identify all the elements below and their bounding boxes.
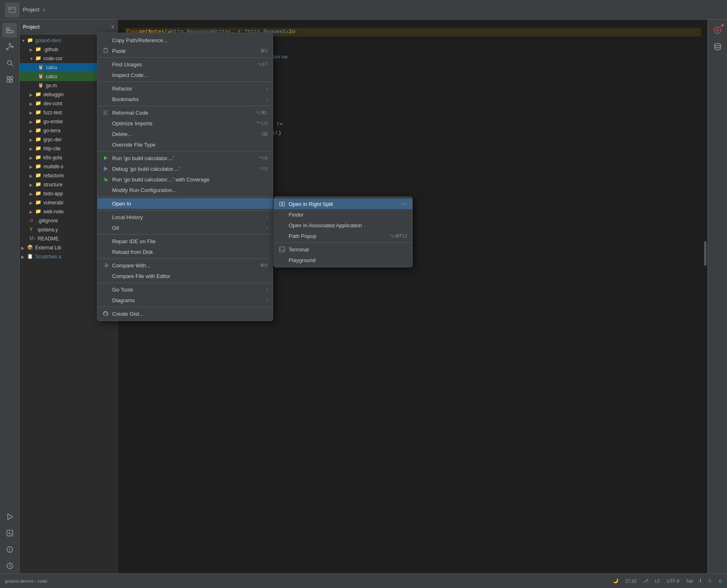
webnote-arrow: ▶ — [29, 210, 34, 214]
menu-item-compare-editor[interactable]: Compare File with Editor — [97, 271, 273, 281]
submenu-item-finder[interactable]: Finder — [274, 209, 412, 220]
playground-icon — [279, 257, 285, 263]
menu-item-find-usages[interactable]: Find Usages ⌥F7 — [97, 59, 273, 70]
goembe-arrow: ▶ — [29, 120, 34, 124]
menu-item-reload[interactable]: Reload from Disk — [97, 247, 273, 257]
separator-5 — [97, 197, 273, 197]
right-split-icon — [279, 201, 285, 207]
k8s-arrow: ▶ — [29, 156, 34, 160]
submenu-item-associated[interactable]: Open In Associated Application — [274, 220, 412, 231]
menu-item-copy-path[interactable]: Copy Path/Reference... — [97, 35, 273, 45]
webnote-folder-icon: 📁 — [35, 208, 42, 215]
menu-item-go-tools[interactable]: Go Tools › — [97, 284, 273, 295]
menu-item-compare[interactable]: Compare With... ⌘D — [97, 260, 273, 271]
menu-item-debug[interactable]: Debug 'go build calculator....' ^⇧D — [97, 163, 273, 174]
refactor-arrow: ▶ — [29, 174, 34, 178]
menu-item-create-gist[interactable]: Create Gist... — [97, 308, 273, 319]
info-icon[interactable]: ℹ — [700, 578, 701, 583]
local-history-icon — [102, 214, 109, 220]
menu-item-modify-run[interactable]: Modify Run Configuration... — [97, 185, 273, 195]
svg-rect-1 — [10, 8, 11, 9]
project-header-arrow: ∨ — [111, 24, 114, 29]
svg-rect-3 — [7, 31, 13, 33]
status-bar: goland-demos › code 🌙 27:10 ⎇ LF UTF-8 T… — [0, 573, 727, 588]
run-coverage-label: Run 'go build calculator....' with Cover… — [112, 176, 268, 183]
scratches-label: Scratches a — [35, 254, 61, 260]
debugging-arrow: ▶ — [29, 93, 34, 97]
menu-item-run[interactable]: Run 'go build calculator....' ^⇧R — [97, 153, 273, 163]
override-type-label: Override File Type — [112, 142, 268, 148]
menu-item-open-in[interactable]: Open In › Open in Right Split ⇧↵ Finder — [97, 198, 273, 209]
warning-icon[interactable]: ⚠ — [708, 578, 712, 583]
notifications-sidebar-icon[interactable] — [2, 542, 17, 557]
svg-rect-19 — [105, 48, 106, 49]
database-icon[interactable] — [710, 39, 725, 54]
repair-ide-label: Repair IDE on File — [112, 238, 268, 244]
menu-item-override-type[interactable]: Override File Type — [97, 139, 273, 150]
notification-badge — [721, 24, 724, 27]
menu-item-optimize[interactable]: Optimize Imports ^⌥O — [97, 118, 273, 129]
goembe-label: go-embe — [43, 119, 63, 124]
git-log-sidebar-icon[interactable] — [2, 559, 17, 573]
menu-item-reformat[interactable]: Reformat Code ⌥⌘L — [97, 107, 273, 118]
path-popup-shortcut: ⌥⌘F12 — [390, 233, 407, 239]
delete-icon — [102, 131, 109, 137]
httpclie-arrow: ▶ — [29, 147, 34, 151]
submenu-open-in: Open in Right Split ⇧↵ Finder Open In As… — [273, 197, 413, 267]
svg-rect-26 — [282, 202, 284, 206]
run-sidebar-icon[interactable] — [2, 509, 17, 524]
project-label[interactable]: Project — [23, 7, 39, 13]
terminal-sidebar-icon[interactable] — [2, 526, 17, 541]
ai-assistant-icon[interactable] — [710, 23, 725, 38]
submenu-item-terminal[interactable]: Terminal — [274, 244, 412, 255]
git-arrow-icon: › — [266, 225, 268, 230]
vuln-label: vulnerabi — [43, 200, 63, 206]
theme-icon[interactable]: 🌙 — [613, 578, 619, 583]
menu-item-refactor[interactable]: Refactor › — [97, 83, 273, 94]
menu-item-diagrams[interactable]: Diagrams › — [97, 295, 273, 305]
menu-item-git[interactable]: Git › — [97, 222, 273, 233]
go-tools-label: Go Tools — [112, 287, 261, 293]
readme-icon: M↓ — [29, 235, 36, 242]
explorer-icon[interactable] — [2, 23, 17, 38]
submenu-item-right-split[interactable]: Open in Right Split ⇧↵ — [274, 199, 412, 209]
k8s-folder-icon: 📁 — [35, 154, 42, 161]
multidb-label: multidb-s — [43, 164, 63, 170]
github-arrow: ▶ — [29, 47, 34, 52]
menu-item-repair-ide[interactable]: Repair IDE on File — [97, 236, 273, 247]
httpclie-folder-icon: 📁 — [35, 145, 42, 152]
menu-item-paste[interactable]: Paste ⌘V — [97, 45, 273, 56]
project-arrow[interactable]: ∨ — [43, 7, 46, 12]
scrollbar-thumb[interactable] — [704, 241, 707, 266]
todo-folder-icon: 📁 — [35, 190, 42, 197]
git-sidebar-icon[interactable] — [2, 39, 17, 54]
gitignore-label: .gitignore — [38, 218, 58, 224]
grpc-arrow: ▶ — [29, 138, 34, 142]
separator-7 — [97, 234, 273, 235]
svg-point-5 — [7, 48, 8, 50]
context-menu: Copy Path/Reference... Paste ⌘V Find Usa… — [97, 33, 273, 321]
submenu-item-path-popup[interactable]: Path Popup ⌥⌘F12 — [274, 231, 412, 241]
project-icon[interactable] — [5, 2, 20, 17]
gomod-icon: 🦉 — [38, 82, 44, 89]
svg-rect-2 — [7, 28, 9, 30]
optimize-label: Optimize Imports — [112, 120, 253, 127]
menu-item-bookmarks[interactable]: Bookmarks › — [97, 94, 273, 104]
search-sidebar-icon[interactable] — [2, 56, 17, 70]
submenu-item-playground[interactable]: Playground — [274, 255, 412, 265]
run-icon — [102, 155, 109, 161]
svg-rect-27 — [280, 247, 284, 252]
indent: Tab — [686, 579, 693, 583]
finder-label: Finder — [289, 212, 407, 218]
calcu2-icon: 🦉 — [38, 73, 44, 80]
menu-item-local-history[interactable]: Local History › — [97, 212, 273, 222]
open-in-arrow-icon: › — [266, 201, 268, 206]
plugins-sidebar-icon[interactable] — [2, 72, 17, 87]
menu-item-delete[interactable]: Delete... ⌫ — [97, 129, 273, 139]
menu-item-inspect[interactable]: Inspect Code... — [97, 70, 273, 80]
gitignore-icon: ⊘ — [29, 217, 36, 224]
copy-path-label: Copy Path/Reference... — [112, 37, 268, 43]
todo-label: todo-app — [43, 191, 63, 197]
playground-label: Playground — [289, 257, 407, 263]
menu-item-run-coverage[interactable]: Run 'go build calculator....' with Cover… — [97, 174, 273, 185]
